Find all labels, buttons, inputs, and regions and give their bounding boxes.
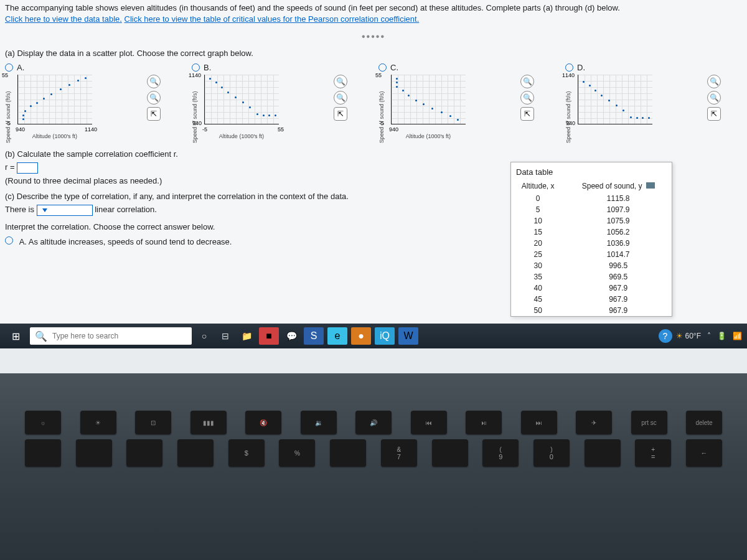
weather-widget[interactable]: ☀ 60°F <box>676 332 701 340</box>
key-f9[interactable]: ⏯ <box>466 411 502 434</box>
key-f11[interactable]: ✈ <box>576 411 612 434</box>
radio-a[interactable] <box>5 63 13 72</box>
key-f4[interactable]: ▮▮▮ <box>190 411 227 434</box>
app-icon-red[interactable]: ■ <box>259 327 279 345</box>
chart-c-xlabel: Altitude (1000's ft) <box>391 133 466 139</box>
chart-d-xlabel <box>578 133 652 139</box>
zoom-out-icon[interactable]: 🔍 <box>520 91 534 105</box>
data-table-link[interactable]: Click here to view the data table. <box>5 14 122 24</box>
task-view-icon[interactable]: ⊟ <box>217 327 234 345</box>
chevron-up-icon[interactable]: ˄ <box>707 332 711 340</box>
number-key[interactable] <box>126 439 162 467</box>
number-key[interactable] <box>585 439 621 467</box>
zoom-out-icon[interactable]: 🔍 <box>147 91 161 105</box>
chart-b-xlabel: Altitude (1000's ft) <box>204 133 279 139</box>
word-icon[interactable]: W <box>398 327 418 345</box>
critical-values-link[interactable]: Click here to view the table of critical… <box>125 14 420 24</box>
radio-interpret-a[interactable] <box>5 236 13 245</box>
chart-a: Speed of sound (ft/s) 55 -5 940 1140 Alt… <box>5 75 167 143</box>
key-f10[interactable]: ⏭ <box>521 411 557 434</box>
search-input[interactable] <box>52 332 187 340</box>
zoom-out-icon[interactable]: 🔍 <box>707 91 721 105</box>
radio-d[interactable] <box>565 63 573 72</box>
wifi-icon[interactable]: 📶 <box>733 332 742 340</box>
zoom-out-icon[interactable]: 🔍 <box>334 91 347 105</box>
chart-b: Speed of sound (ft/s) 1140 940 -5 55 Alt… <box>192 75 354 143</box>
chart-b-ylabel: Speed of sound (ft/s) <box>192 75 198 143</box>
number-key-row: $%&7(9)0+=← <box>0 434 747 467</box>
number-key[interactable]: (9 <box>482 439 519 467</box>
edge-icon[interactable]: e <box>327 327 347 345</box>
part-b-prompt: (b) Calculate the sample correlation coe… <box>5 149 742 159</box>
number-key[interactable] <box>76 439 112 467</box>
r-input[interactable] <box>17 162 38 174</box>
number-key[interactable] <box>177 439 214 467</box>
radio-b[interactable] <box>192 63 200 72</box>
key-f3[interactable]: ⊡ <box>135 411 171 434</box>
chart-d-ylabel: Speed of sound (ft/s) <box>565 75 571 143</box>
zoom-in-icon[interactable]: 🔍 <box>334 75 347 88</box>
laptop-chassis: ☼ ☀ ⊡ ▮▮▮ 🔇 🔉 🔊 ⏮ ⏯ ⏭ ✈ prt sc delete $%… <box>0 373 747 560</box>
start-button[interactable]: ⊞ <box>5 327 26 345</box>
app-icon-iq[interactable]: iQ <box>375 327 395 345</box>
key-f7[interactable]: 🔊 <box>355 411 392 434</box>
key-prtsc[interactable]: prt sc <box>631 411 667 434</box>
number-key[interactable] <box>25 439 61 467</box>
key-f2[interactable]: ☀ <box>80 411 116 434</box>
number-key[interactable]: % <box>279 439 315 467</box>
part-a-prompt: (a) Display the data in a scatter plot. … <box>5 49 742 58</box>
number-key[interactable]: ← <box>686 439 722 467</box>
key-f5[interactable]: 🔇 <box>245 411 281 434</box>
search-icon: 🔍 <box>35 330 47 342</box>
copy-icon[interactable] <box>646 182 655 189</box>
number-key[interactable] <box>432 439 468 467</box>
help-icon[interactable]: ? <box>659 329 672 343</box>
number-key[interactable]: $ <box>228 439 265 467</box>
number-key[interactable] <box>330 439 366 467</box>
data-table: Altitude, x Speed of sound, y 01115.8510… <box>511 179 672 316</box>
there-is-label: There is <box>5 205 34 215</box>
table-row: 35969.5 <box>511 271 672 282</box>
app-icon-orange[interactable]: ● <box>351 327 371 345</box>
option-c: C. Speed of sound (ft/s) 55 -5 940 Altit… <box>378 63 553 143</box>
key-f1[interactable]: ☼ <box>25 411 61 434</box>
number-key[interactable]: += <box>635 439 671 467</box>
table-row: 40967.9 <box>511 282 672 294</box>
key-f6[interactable]: 🔉 <box>301 411 337 434</box>
intro-sentence: The accompanying table shows eleven alti… <box>5 3 620 12</box>
explorer-icon[interactable]: 📁 <box>238 327 255 345</box>
popout-icon[interactable]: ⇱ <box>707 107 721 121</box>
key-delete[interactable]: delete <box>686 411 722 434</box>
windows-taskbar: ⊞ 🔍 ○ ⊟ 📁 ■ 💬 S e ● iQ W ? ☀ 60°F ˄ 🔋 📶 <box>0 324 747 348</box>
question-page: The accompanying table shows eleven alti… <box>0 0 747 348</box>
function-key-row: ☼ ☀ ⊡ ▮▮▮ 🔇 🔉 🔊 ⏮ ⏯ ⏭ ✈ prt sc delete <box>0 373 747 434</box>
zoom-in-icon[interactable]: 🔍 <box>520 75 534 88</box>
key-f8[interactable]: ⏮ <box>411 411 447 434</box>
correlation-select[interactable] <box>37 205 93 216</box>
popout-icon[interactable]: ⇱ <box>334 107 347 121</box>
battery-icon[interactable]: 🔋 <box>717 332 726 340</box>
part-a-options: A. Speed of sound (ft/s) 55 -5 940 1140 <box>5 63 742 143</box>
zoom-in-icon[interactable]: 🔍 <box>147 75 161 88</box>
system-tray: ☀ 60°F ˄ 🔋 📶 <box>676 332 742 340</box>
app-icon-store[interactable]: S <box>304 327 324 345</box>
popout-icon[interactable]: ⇱ <box>520 107 534 121</box>
option-a-label: A. <box>17 63 24 72</box>
chat-icon[interactable]: 💬 <box>283 327 300 345</box>
linear-corr-label: linear correlation. <box>95 205 157 215</box>
table-row: 101075.9 <box>511 215 672 226</box>
option-d-label: D. <box>577 63 585 72</box>
table-row: 201036.9 <box>511 238 672 249</box>
divider-dots: ••••• <box>5 31 742 42</box>
table-row: 01115.8 <box>511 193 672 204</box>
number-key[interactable]: &7 <box>381 439 417 467</box>
zoom-in-icon[interactable]: 🔍 <box>707 75 721 88</box>
chart-c-ylabel: Speed of sound (ft/s) <box>378 75 385 143</box>
radio-c[interactable] <box>378 63 387 72</box>
taskbar-search[interactable]: 🔍 <box>30 327 192 345</box>
popout-icon[interactable]: ⇱ <box>147 107 161 121</box>
cortana-icon[interactable]: ○ <box>195 327 213 345</box>
number-key[interactable]: )0 <box>533 439 570 467</box>
option-b-label: B. <box>204 63 211 72</box>
table-row: 51097.9 <box>511 204 672 215</box>
